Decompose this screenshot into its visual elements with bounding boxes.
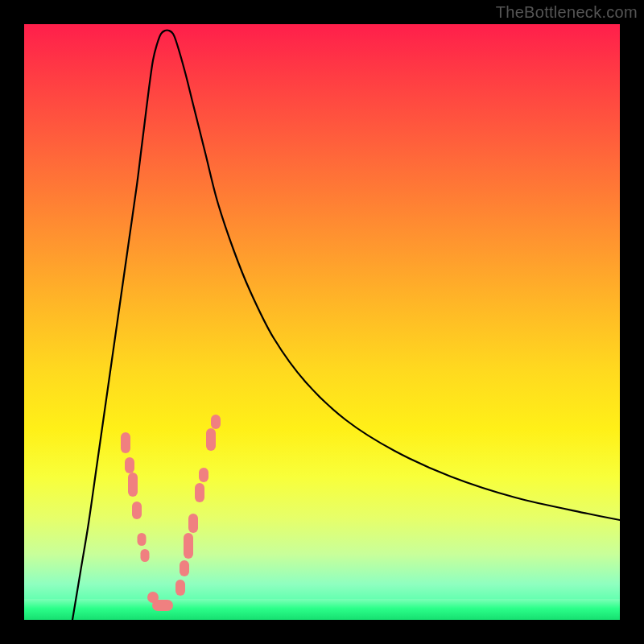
curve-marker: [128, 473, 138, 497]
curve-marker: [184, 533, 193, 559]
curve-marker: [211, 415, 221, 429]
bottleneck-curve: [72, 31, 620, 621]
curve-marker: [141, 549, 150, 562]
plot-area: [24, 24, 620, 620]
curve-marker: [175, 580, 185, 596]
curve-layer: [24, 24, 620, 620]
curve-marker: [132, 502, 142, 519]
chart-frame: TheBottleneck.com: [0, 0, 644, 644]
curve-marker: [138, 533, 147, 546]
curve-marker: [180, 560, 189, 576]
curve-marker: [199, 468, 208, 482]
curve-marker: [121, 432, 130, 453]
curve-marker: [125, 457, 134, 473]
curve-marker: [152, 600, 173, 611]
curve-marker: [195, 483, 204, 502]
marker-group: [121, 415, 221, 611]
watermark-text: TheBottleneck.com: [496, 3, 638, 22]
curve-marker: [188, 514, 198, 533]
curve-marker: [206, 428, 216, 451]
